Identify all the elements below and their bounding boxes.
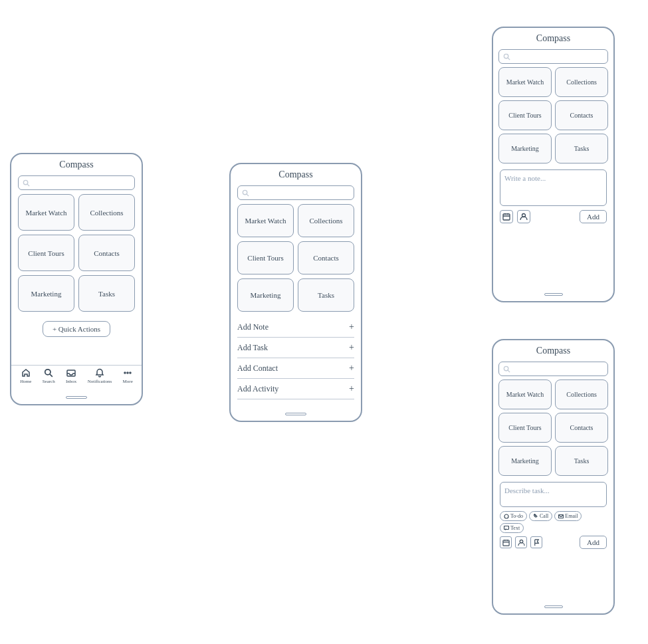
nav-home[interactable]: Home (20, 368, 31, 384)
task-person-icon[interactable] (515, 536, 527, 548)
grid-item-market-watch[interactable]: Market Watch (18, 194, 74, 231)
nav-search-label: Search (43, 379, 55, 384)
grid3-collections[interactable]: Collections (555, 67, 608, 97)
note-add-button[interactable]: Add (580, 210, 607, 223)
svg-line-11 (508, 57, 510, 59)
nav-more[interactable]: More (123, 368, 133, 384)
inbox-icon (66, 368, 76, 377)
phone2-search[interactable] (237, 185, 354, 200)
task-input[interactable]: Describe task... (500, 482, 607, 507)
task-type-email[interactable]: Email (554, 511, 582, 521)
add-note-plus: + (349, 322, 354, 332)
svg-rect-12 (503, 214, 510, 220)
phone4-title: Compass (493, 340, 613, 359)
task-type-text[interactable]: Text (500, 523, 524, 533)
phone3-title: Compass (493, 28, 613, 47)
grid2-tasks[interactable]: Tasks (298, 278, 354, 312)
search-icon-4 (503, 366, 510, 373)
add-task-item[interactable]: Add Task + (237, 338, 354, 358)
svg-point-2 (45, 370, 51, 375)
grid-item-collections[interactable]: Collections (78, 194, 135, 231)
calendar-icon[interactable] (500, 210, 513, 223)
task-type-row: To-do Call Email Text (500, 511, 607, 533)
more-icon (123, 368, 132, 377)
add-contact-plus: + (349, 363, 354, 374)
svg-line-3 (50, 374, 53, 377)
nav-home-label: Home (20, 379, 31, 384)
grid4-marketing[interactable]: Marketing (498, 446, 552, 476)
add-contact-item[interactable]: Add Contact + (237, 358, 354, 379)
add-note-label: Add Note (237, 322, 269, 332)
task-calendar-svg (502, 539, 510, 546)
grid-item-client-tours[interactable]: Client Tours (18, 235, 74, 271)
task-flag-icon[interactable] (530, 536, 542, 548)
grid3-market-watch[interactable]: Market Watch (498, 67, 552, 97)
person-svg (520, 213, 528, 221)
grid2-contacts[interactable]: Contacts (298, 241, 354, 274)
grid3-client-tours[interactable]: Client Tours (498, 100, 552, 130)
nav-notifications[interactable]: Notifications (88, 368, 112, 384)
calendar-svg (502, 213, 510, 221)
grid4-tasks[interactable]: Tasks (555, 446, 608, 476)
grid4-collections[interactable]: Collections (555, 379, 608, 409)
grid4-market-watch[interactable]: Market Watch (498, 379, 552, 409)
grid-item-tasks[interactable]: Tasks (78, 275, 135, 312)
phone4-search[interactable] (498, 362, 608, 376)
grid2-marketing[interactable]: Marketing (237, 278, 294, 312)
nav-search[interactable]: Search (43, 368, 55, 384)
phone-quick-actions: Compass Market Watch Collections Client … (229, 163, 362, 422)
nav-search-icon (44, 368, 53, 377)
circle-icon (504, 514, 509, 519)
add-activity-item[interactable]: Add Activity + (237, 379, 354, 399)
grid3-marketing[interactable]: Marketing (498, 134, 552, 163)
task-calendar-icon[interactable] (500, 536, 512, 548)
grid4-contacts[interactable]: Contacts (555, 413, 608, 443)
note-toolbar: Add (500, 210, 607, 223)
person-icon[interactable] (517, 210, 530, 223)
svg-point-5 (124, 372, 126, 374)
grid2-market-watch[interactable]: Market Watch (237, 204, 294, 237)
search-icon-3 (503, 53, 510, 60)
note-input[interactable]: Write a note... (500, 169, 607, 206)
svg-rect-22 (502, 540, 508, 545)
home-indicator-4 (544, 605, 563, 608)
grid2-collections[interactable]: Collections (298, 204, 354, 237)
task-add-button[interactable]: Add (580, 536, 607, 549)
nav-inbox[interactable]: Inbox (66, 368, 76, 384)
bottom-nav: Home Search Inbox Notifications (11, 365, 142, 384)
phone2-grid: Market Watch Collections Client Tours Co… (231, 204, 361, 316)
phone1-search[interactable] (18, 175, 135, 190)
search-icon (23, 179, 30, 187)
task-text-label: Text (510, 525, 520, 531)
task-type-call[interactable]: Call (529, 511, 552, 521)
grid4-client-tours[interactable]: Client Tours (498, 413, 552, 443)
grid-item-marketing[interactable]: Marketing (18, 275, 74, 312)
grid3-contacts[interactable]: Contacts (555, 100, 608, 130)
grid-item-contacts[interactable]: Contacts (78, 235, 135, 271)
phone-add-note: Compass Market Watch Collections Client … (492, 27, 615, 302)
phone4-grid: Market Watch Collections Client Tours Co… (493, 379, 613, 479)
action-list: Add Note + Add Task + Add Contact + Add … (231, 316, 361, 402)
svg-point-10 (504, 54, 508, 58)
svg-point-8 (243, 190, 247, 194)
phone-add-task: Compass Market Watch Collections Client … (492, 339, 615, 615)
grid2-client-tours[interactable]: Client Tours (237, 241, 294, 274)
svg-point-6 (127, 372, 128, 374)
add-note-item[interactable]: Add Note + (237, 317, 354, 338)
phone1-grid: Market Watch Collections Client Tours Co… (11, 194, 142, 316)
task-type-todo[interactable]: To-do (500, 511, 527, 521)
svg-point-0 (23, 180, 27, 184)
add-task-label: Add Task (237, 343, 268, 353)
phone3-search[interactable] (498, 49, 608, 64)
phone-icon (533, 514, 538, 519)
home-indicator-3 (544, 293, 563, 296)
add-task-plus: + (349, 342, 354, 353)
home-indicator (66, 396, 87, 399)
grid3-tasks[interactable]: Tasks (555, 134, 608, 163)
home-indicator-2 (285, 413, 306, 415)
quick-actions-button[interactable]: + Quick Actions (43, 321, 110, 337)
chat-icon (504, 526, 509, 531)
phone1-title: Compass (11, 154, 142, 173)
add-activity-plus: + (349, 383, 354, 394)
flag-svg (533, 539, 540, 546)
